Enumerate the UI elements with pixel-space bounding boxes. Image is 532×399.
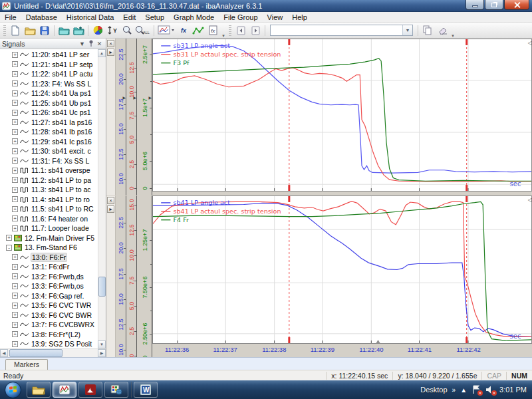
open-file-button[interactable] [23,24,37,37]
expand-toggle-icon[interactable]: + [12,225,18,231]
strip-expand-icon[interactable]: ▸ [107,49,114,56]
pane-collapse-icon[interactable]: ◁ [528,197,532,203]
expand-toggle-icon[interactable]: + [12,264,18,270]
tree-item[interactable]: +11:28: sb41 Ib ps16 [0,127,106,137]
tree-item[interactable]: +11:24: sb41 Ua ps1 [0,88,106,98]
expand-toggle-icon[interactable]: + [12,177,18,183]
y-axes[interactable]: 22.520.017.515.012.510.0▶12.510.07.55.02… [116,39,152,195]
tree-item[interactable]: +13:7: F6 CVCBWRX [0,320,106,330]
report-button[interactable]: fx [205,24,220,37]
signal-colors-button[interactable] [90,24,105,37]
tree-item[interactable]: +11.6: F4 heater on [0,214,106,224]
tree-item[interactable]: +11:30: sb41 excit. c [0,146,106,156]
expand-toggle-icon[interactable]: + [12,129,18,135]
tree-item[interactable]: +13:8: F6:Fr*(L2) [0,330,106,340]
toolbar-overflow-button[interactable]: ▾ [220,24,227,37]
toolbar-grip[interactable] [3,25,6,36]
expand-toggle-icon[interactable]: + [12,168,18,174]
expand-toggle-icon[interactable]: + [6,235,12,241]
tree-item[interactable]: +13:5: F6 CVC TWR [0,301,106,311]
volume-muted-icon[interactable]: × [485,385,495,394]
tree-item[interactable]: +13:9: SG2 DS Posit [0,339,106,348]
y-axis-0[interactable]: 22.520.017.515.012.510.0▶ [116,39,126,195]
strip-close-icon[interactable]: × [107,40,114,47]
tree-item[interactable]: +11.1: sb41 overspe [0,166,106,176]
tree-item[interactable]: +11.3: sb41 LP to ac [0,185,106,195]
strip-expand-icon[interactable]: ▸ [107,205,114,213]
tree-item[interactable]: +13:0: F6:Fr [0,253,106,263]
expand-toggle-icon[interactable]: + [12,322,18,328]
panel-dropdown-icon[interactable]: ▼ [78,41,86,47]
expand-toggle-icon[interactable]: + [12,90,18,96]
tree-item[interactable]: +11.2: sb41 LP to pa [0,176,106,186]
action-center-icon[interactable]: × [471,385,481,394]
expand-toggle-icon[interactable]: + [12,158,18,164]
y-scale-button[interactable]: Y [105,24,120,37]
show-hidden-icons[interactable]: ▲ [460,386,467,394]
taskbar-iba-tool-button[interactable] [104,382,128,398]
copy-button[interactable] [420,24,435,37]
expression-builder-button[interactable]: fx [176,24,191,37]
menu-file-group[interactable]: File Group [219,13,262,22]
tree-item[interactable]: +13:4: F6:Gap ref. [0,291,106,301]
menu-graph-mode[interactable]: Graph Mode [169,13,219,22]
tree-item[interactable]: +13:3: F6:Fwrb,os [0,281,106,291]
scroll-down-icon[interactable]: ▼ [98,340,106,348]
new-file-button[interactable] [8,24,23,37]
toolbar-grip2[interactable] [229,25,231,36]
tree-item[interactable]: +11:27: sb41 Ia ps16 [0,118,106,128]
y-axis-1[interactable]: 15.012.510.07.55.02.50 [126,196,137,357]
tree-item[interactable]: +13:1: F6:dFr [0,262,106,272]
expand-toggle-icon[interactable]: + [12,138,18,144]
expand-toggle-icon[interactable]: + [12,52,18,58]
tree-item[interactable]: +12. Fm-Main Driver F5 [0,233,106,243]
tree-item[interactable]: +11.4: sb41 LP to ro [0,195,106,205]
graph-mode-button[interactable] [156,24,176,37]
tree-vertical-scrollbar[interactable]: ▲ ▼ [98,49,106,348]
tree-item[interactable]: +11:25: sb41 Ub ps1 [0,98,106,108]
taskbar-word-button[interactable]: W [134,382,158,398]
taskbar-adobe-reader-button[interactable] [78,382,102,398]
scroll-up-icon[interactable]: ▲ [98,49,106,57]
menu-database[interactable]: Database [21,13,62,22]
expand-toggle-icon[interactable]: + [12,215,18,221]
plot-area[interactable]: sb31 LP angle actsb31 LP actaul spec. st… [152,39,532,195]
scroll-right-icon[interactable]: ▶ [98,349,106,357]
signal-curve-button[interactable] [191,24,205,37]
expand-toggle-icon[interactable]: + [12,61,18,67]
tree-hscroll-thumb[interactable] [9,349,63,357]
menu-historical-data[interactable]: Historical Data [62,13,119,22]
markers-tab[interactable]: Markers [5,359,48,370]
menu-help[interactable]: Help [287,13,312,22]
toolbar-overflow-button2[interactable]: ▾ [450,24,456,37]
expand-toggle-icon[interactable]: + [12,110,18,116]
menu-edit[interactable]: Edit [118,13,140,22]
tree-item[interactable]: +13:2: F6:Fwrb,ds [0,272,106,282]
taskbar-ibaanalyzer-button[interactable] [53,382,76,398]
zoom-all-button[interactable]: ALL [134,24,152,37]
expand-toggle-icon[interactable]: + [12,293,18,299]
expand-toggle-icon[interactable]: + [12,303,18,309]
tree-item[interactable]: +11.5: sb41 LP to RC [0,204,106,214]
strip-close-icon[interactable]: × [107,197,114,204]
expand-toggle-icon[interactable]: + [12,100,18,106]
menu-view[interactable]: View [263,13,288,22]
close-button[interactable] [504,0,529,10]
expand-toggle-icon[interactable]: + [12,331,18,337]
expand-toggle-icon[interactable]: + [12,283,18,289]
taskbar-clock[interactable]: 3:01 PM [499,386,527,394]
y-axes[interactable]: 22.520.017.515.012.510.015.012.510.07.55… [116,196,152,357]
tree-item[interactable]: +11:26: sb41 Uc ps1 [0,108,106,118]
desktop-toolbar[interactable]: Desktop [420,386,447,394]
desktop-overflow-icon[interactable]: » [452,386,456,394]
tree-item[interactable]: +11.7: Looper loade [0,223,106,233]
expand-toggle-icon[interactable]: + [12,206,18,212]
tree-item[interactable]: +11:23: F4: Ws SS L [0,79,106,89]
expand-toggle-icon[interactable]: + [12,71,18,77]
start-button[interactable] [3,381,23,398]
taskbar-explorer-button[interactable] [27,382,51,398]
tree-horizontal-scrollbar[interactable]: ◀ ▶ [0,348,106,357]
y-axis-2[interactable]: 1.25e+77.50e+62.50e+60 [137,196,152,357]
minimize-button[interactable] [466,0,484,10]
expand-toggle-icon[interactable]: - [6,245,12,251]
